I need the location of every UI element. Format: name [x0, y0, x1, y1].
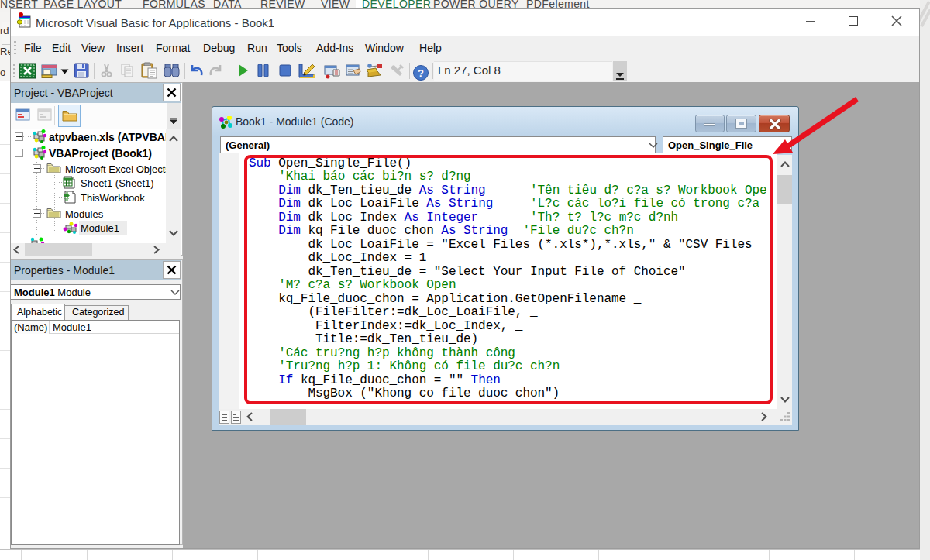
svg-text:?: ? [418, 67, 424, 79]
